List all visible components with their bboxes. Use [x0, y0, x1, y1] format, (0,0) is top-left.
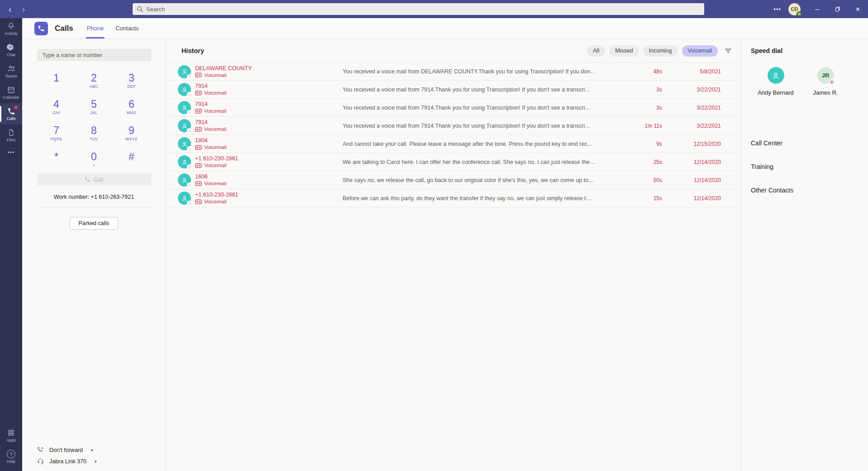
caller-block: +1 610-230-2861 Voicemail [195, 155, 343, 168]
teams-app: ‹ › ••• CD ✓ ─ ✕ [0, 0, 868, 471]
call-date: 3/22/2021 [662, 123, 721, 129]
contact-group-training[interactable]: Training [751, 163, 868, 170]
audio-device-dropdown[interactable]: Jabra Link 370 ▾ [37, 458, 97, 465]
rail-item-calendar[interactable]: Calendar [0, 82, 22, 103]
call-history-row[interactable]: 7914 Voicemail You received a voice mail… [166, 81, 741, 99]
presence-unknown-badge [187, 110, 192, 115]
search-bar[interactable] [133, 3, 704, 15]
presence-unknown-badge [187, 183, 192, 187]
key-letters: MNO [127, 111, 136, 115]
tab-phone[interactable]: Phone [87, 18, 104, 38]
caller-name: 7914 [195, 83, 343, 90]
speed-dial-contact[interactable]: JR James R. [805, 67, 846, 96]
key-letters: WXYZ [125, 137, 138, 141]
key-digit: # [129, 151, 134, 162]
key-letters: TUV [90, 137, 98, 141]
rail-item-chat[interactable]: Chat [0, 39, 22, 61]
rail-label: Chat [7, 53, 15, 57]
voicemail-preview: She says no, we release the call, go bac… [343, 177, 630, 183]
call-history-row[interactable]: DELAWARE COUNTY Voicemail You received a… [166, 62, 741, 81]
call-history-row[interactable]: 7914 Voicemail You received a voice mail… [166, 117, 741, 135]
rail-item-calls[interactable]: Calls [0, 103, 22, 125]
person-icon [181, 195, 188, 202]
key-digit: 6 [129, 99, 134, 110]
dial-key-5[interactable]: 5JKL [75, 94, 113, 120]
user-avatar[interactable]: CD ✓ [788, 3, 801, 15]
presence-unknown-badge [187, 74, 192, 79]
dial-key-pound[interactable]: # [113, 146, 150, 173]
audio-device-label: Jabra Link 370 [49, 458, 86, 465]
contact-group-call-center[interactable]: Call Center [751, 139, 868, 147]
speed-dial-contact[interactable]: Andy Bernard [755, 67, 796, 96]
speed-dial-pane: Speed dial Andy Bernard JR [741, 39, 868, 471]
call-history-row[interactable]: 1606 Voicemail She says no, we release t… [166, 171, 741, 189]
call-duration: 25s [630, 159, 662, 165]
filter-missed[interactable]: Missed [609, 45, 639, 57]
filter-icon[interactable] [725, 48, 732, 54]
divider [37, 207, 151, 207]
tab-contacts[interactable]: Contacts [115, 18, 138, 38]
call-button-label: Call [94, 177, 104, 183]
call-forward-icon [37, 447, 44, 453]
parked-calls-button[interactable]: Parked calls [70, 217, 118, 230]
call-date: 12/14/2020 [662, 195, 721, 202]
call-history-row[interactable]: 1804 Voicemail And cannot take your call… [166, 135, 741, 153]
dial-key-0[interactable]: 0+ [75, 146, 113, 173]
dial-key-9[interactable]: 9WXYZ [113, 120, 150, 146]
minimize-button[interactable]: ─ [807, 0, 827, 18]
call-date: 3/22/2021 [662, 105, 721, 111]
dial-key-7[interactable]: 7PQRS [38, 120, 75, 146]
voicemail-icon [195, 163, 202, 168]
call-type: Voicemail [204, 126, 226, 132]
speed-dial-contacts: Andy Bernard JR James R. [755, 67, 868, 96]
dial-keypad: 1 2ABC 3DEF 4GHI 5JKL 6MNO 7PQRS 8TUV 9W… [38, 67, 150, 173]
help-icon: ? [7, 450, 15, 458]
presence-unknown-badge [187, 146, 192, 151]
call-date: 12/15/2020 [662, 141, 721, 147]
call-duration: 3s [630, 105, 662, 111]
dial-key-3[interactable]: 3DEF [113, 67, 150, 94]
rail-item-files[interactable]: Files [0, 125, 22, 146]
back-icon[interactable]: ‹ [6, 5, 14, 14]
dial-key-8[interactable]: 8TUV [75, 120, 113, 146]
dial-key-star[interactable]: * [38, 146, 75, 173]
key-letters: PQRS [50, 137, 62, 141]
rail-item-teams[interactable]: Teams [0, 61, 22, 82]
phone-icon [38, 25, 45, 32]
dial-key-6[interactable]: 6MNO [113, 94, 150, 120]
call-history-row[interactable]: +1 610-230-2861 Voicemail We are talking… [166, 153, 741, 171]
more-options-icon[interactable]: ••• [773, 6, 781, 13]
voicemail-preview: And cannot take your call. Please leave … [343, 141, 630, 147]
key-digit: 5 [91, 99, 97, 110]
rail-item-help[interactable]: ? Help [0, 446, 22, 467]
rail-item-activity[interactable]: Activity [0, 18, 22, 39]
dial-input[interactable] [37, 49, 151, 61]
close-button[interactable]: ✕ [848, 0, 868, 18]
forwarding-dropdown[interactable]: Don't forward ▾ [37, 447, 97, 453]
filter-incoming[interactable]: Incoming [643, 45, 678, 57]
voicemail-icon [195, 72, 202, 77]
person-icon [181, 122, 188, 130]
caller-name: 7914 [195, 101, 343, 108]
history-header: History All Missed Incoming Voicemail [166, 39, 741, 62]
contact-group-other-contacts[interactable]: Other Contacts [751, 187, 868, 194]
forward-icon[interactable]: › [20, 5, 27, 14]
filter-all[interactable]: All [587, 45, 605, 57]
call-button[interactable]: Call [37, 173, 151, 186]
call-history-row[interactable]: +1 610-230-2861 Voicemail Before we can … [166, 189, 741, 207]
rail-more-apps-icon[interactable]: ••• [0, 146, 22, 159]
call-history-row[interactable]: 7914 Voicemail You received a voice mail… [166, 99, 741, 117]
voicemail-icon [195, 127, 202, 132]
filter-voicemail[interactable]: Voicemail [682, 45, 718, 57]
voicemail-icon [195, 199, 202, 204]
caller-block: 1804 Voicemail [195, 137, 343, 150]
dial-key-2[interactable]: 2ABC [75, 67, 113, 94]
rail-item-apps[interactable]: Apps [0, 425, 22, 446]
speed-dial-title: Speed dial [751, 47, 868, 54]
dial-key-4[interactable]: 4GHI [38, 94, 75, 120]
rail-label: Teams [5, 74, 17, 78]
call-date: 5/8/2021 [662, 68, 721, 75]
dial-key-1[interactable]: 1 [38, 67, 75, 94]
search-input[interactable] [146, 6, 700, 13]
maximize-button[interactable] [827, 0, 848, 18]
